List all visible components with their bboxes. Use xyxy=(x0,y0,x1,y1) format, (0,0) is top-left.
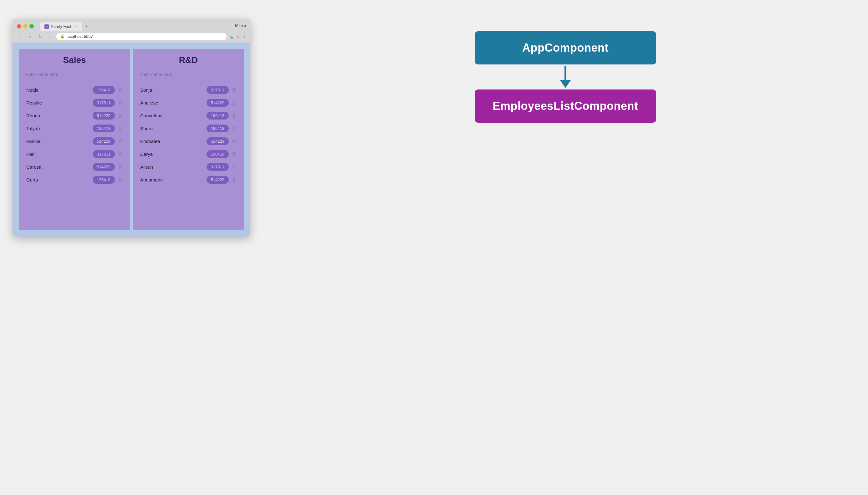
employee-name: Emmalee xyxy=(140,139,206,144)
salary-badge: 196418 xyxy=(206,112,229,120)
employee-name: Talyah xyxy=(26,126,92,131)
department-title-sales: Sales xyxy=(25,55,124,65)
address-bar[interactable]: 🔒 localhost:5557 xyxy=(56,33,226,40)
employee-name: Annamarie xyxy=(140,177,206,183)
salary-badge: 196418 xyxy=(206,124,229,132)
employee-row: Nettle196418🗑 xyxy=(25,84,124,96)
tab-close-button[interactable]: × xyxy=(73,24,78,29)
traffic-light-green[interactable] xyxy=(30,24,34,29)
tab-favicon: A xyxy=(45,24,49,29)
traffic-lights xyxy=(17,24,34,29)
salary-badge: 196418 xyxy=(92,176,115,184)
salary-badge: 514229 xyxy=(206,176,229,184)
employee-name: Analiese xyxy=(140,100,206,105)
salary-badge: 514229 xyxy=(206,99,229,107)
salary-badge: 196418 xyxy=(92,124,115,132)
new-tab-button[interactable]: + xyxy=(82,22,91,31)
employees-component-label: EmployeesListComponent xyxy=(493,100,638,113)
employee-row: Concettina196418🗑 xyxy=(139,110,238,121)
employee-row: Alisun317811🗑 xyxy=(139,161,238,173)
employee-row: Rosalie317811🗑 xyxy=(25,97,124,108)
delete-button[interactable]: 🗑 xyxy=(232,126,237,131)
employee-name: Gerta xyxy=(26,177,92,183)
user-label: Minko xyxy=(235,23,246,30)
diagram-area: AppComponent EmployeesListComponent xyxy=(275,19,855,135)
delete-button[interactable]: 🗑 xyxy=(118,177,123,183)
employee-name: Kari xyxy=(26,151,92,157)
employee-name: Concettina xyxy=(140,113,206,118)
name-input-rd[interactable] xyxy=(139,70,238,79)
employees-component-box: EmployeesListComponent xyxy=(475,89,656,123)
nav-forward-button[interactable]: › xyxy=(26,33,34,40)
department-title-rd: R&D xyxy=(139,55,238,65)
employee-name: Nettle xyxy=(26,87,92,92)
salary-badge: 196418 xyxy=(92,86,115,94)
salary-badge: 317811 xyxy=(92,150,115,158)
employee-row: Analiese514229🗑 xyxy=(139,97,238,108)
salary-badge: 196418 xyxy=(206,150,229,158)
employee-row: Sherri196418🗑 xyxy=(139,123,238,134)
employee-name: Fancie xyxy=(26,139,92,144)
employee-row: Kari317811🗑 xyxy=(25,148,124,160)
employee-list-rd: Sonja317811🗑Analiese514229🗑Concettina196… xyxy=(139,84,238,186)
employee-name: Sonja xyxy=(140,87,206,92)
traffic-light-yellow[interactable] xyxy=(23,24,28,29)
app-content: SalesNettle196418🗑Rosalie317811🗑Rhona514… xyxy=(13,42,250,237)
nav-back-button[interactable]: ‹ xyxy=(16,33,24,40)
browser-window: A Purely Fast × + Minko ‹ › ↻ ⌂ 🔒 localh… xyxy=(13,19,250,237)
delete-button[interactable]: 🗑 xyxy=(118,151,123,157)
browser-toolbar: ‹ › ↻ ⌂ 🔒 localhost:5557 📡 ☆ ⋮ xyxy=(13,31,250,42)
tab-bar: A Purely Fast × + xyxy=(40,22,232,31)
salary-badge: 514229 xyxy=(92,137,115,145)
tab-label: Purely Fast xyxy=(51,24,71,29)
salary-badge: 317811 xyxy=(206,86,229,94)
address-url: localhost:5557 xyxy=(67,34,93,39)
employee-name: Sherri xyxy=(140,126,206,131)
delete-button[interactable]: 🗑 xyxy=(232,100,237,105)
delete-button[interactable]: 🗑 xyxy=(232,177,237,183)
employee-row: Rhona514229🗑 xyxy=(25,110,124,121)
delete-button[interactable]: 🗑 xyxy=(118,164,123,170)
department-panel-rd: R&DSonja317811🗑Analiese514229🗑Concettina… xyxy=(133,49,244,230)
delete-button[interactable]: 🗑 xyxy=(118,139,123,144)
browser-tab[interactable]: A Purely Fast × xyxy=(40,22,82,31)
delete-button[interactable]: 🗑 xyxy=(118,126,123,131)
employee-name: Alisun xyxy=(140,164,206,170)
address-lock-icon: 🔒 xyxy=(60,34,65,38)
delete-button[interactable]: 🗑 xyxy=(118,87,123,92)
nav-refresh-button[interactable]: ↻ xyxy=(36,33,44,40)
employee-name: Rosalie xyxy=(26,100,92,105)
arrow-head xyxy=(560,80,571,88)
traffic-light-red[interactable] xyxy=(17,24,21,29)
nav-home-button[interactable]: ⌂ xyxy=(46,33,54,40)
delete-button[interactable]: 🗑 xyxy=(232,87,237,92)
delete-button[interactable]: 🗑 xyxy=(232,139,237,144)
employee-row: Sonja317811🗑 xyxy=(139,84,238,96)
employee-name: Caresa xyxy=(26,164,92,170)
cast-icon[interactable]: 📡 xyxy=(229,34,234,39)
employee-name: Darya xyxy=(140,151,206,157)
employee-row: Emmalee514229🗑 xyxy=(139,136,238,147)
employee-row: Annamarie514229🗑 xyxy=(139,174,238,186)
menu-icon[interactable]: ⋮ xyxy=(242,34,246,39)
app-component-box: AppComponent xyxy=(475,31,656,65)
employee-row: Talyah196418🗑 xyxy=(25,123,124,134)
employee-row: Gerta196418🗑 xyxy=(25,174,124,186)
employee-row: Darya196418🗑 xyxy=(139,148,238,160)
salary-badge: 317811 xyxy=(206,163,229,171)
bookmark-icon[interactable]: ☆ xyxy=(236,34,240,39)
delete-button[interactable]: 🗑 xyxy=(118,100,123,105)
salary-badge: 514229 xyxy=(92,163,115,171)
delete-button[interactable]: 🗑 xyxy=(232,113,237,118)
employee-row: Caresa514229🗑 xyxy=(25,161,124,173)
delete-button[interactable]: 🗑 xyxy=(232,151,237,157)
salary-badge: 317811 xyxy=(92,99,115,107)
salary-badge: 514229 xyxy=(206,137,229,145)
employee-row: Fancie514229🗑 xyxy=(25,136,124,147)
name-input-sales[interactable] xyxy=(25,70,124,79)
delete-button[interactable]: 🗑 xyxy=(232,164,237,170)
toolbar-icons: 📡 ☆ ⋮ xyxy=(229,34,246,39)
arrow-line xyxy=(564,66,566,80)
browser-titlebar: A Purely Fast × + Minko xyxy=(13,19,250,31)
delete-button[interactable]: 🗑 xyxy=(118,113,123,118)
